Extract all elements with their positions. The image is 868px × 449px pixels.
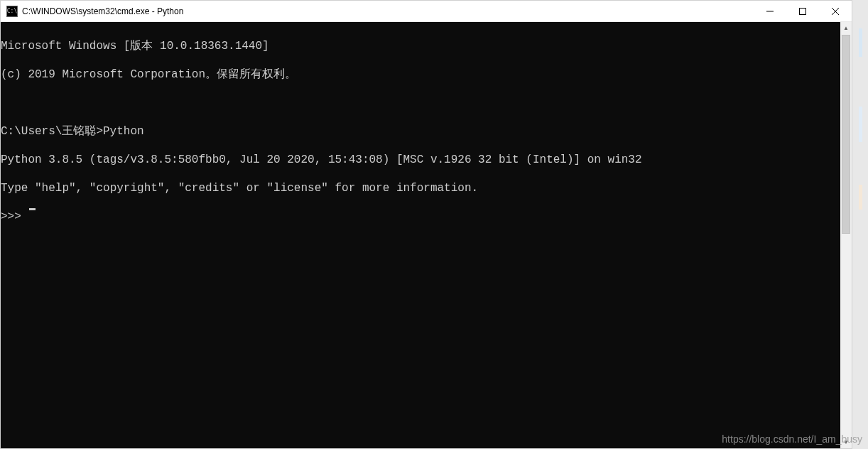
vertical-scrollbar[interactable]: ▲ ▼: [840, 22, 852, 448]
cmd-window: C:\ C:\WINDOWS\system32\cmd.exe - Python…: [0, 0, 852, 449]
close-icon: [832, 8, 839, 15]
window-controls: [754, 1, 852, 21]
close-button[interactable]: [819, 1, 852, 21]
minimize-button[interactable]: [754, 1, 786, 21]
cmd-icon: C:\: [6, 6, 18, 17]
maximize-icon: [799, 8, 806, 15]
background-edge: [852, 0, 868, 449]
terminal-line: (c) 2019 Microsoft Corporation。保留所有权利。: [1, 67, 840, 82]
terminal-output[interactable]: Microsoft Windows [版本 10.0.18363.1440] (…: [1, 22, 840, 448]
terminal-prompt-line: >>>: [1, 210, 840, 224]
scroll-up-button[interactable]: ▲: [840, 22, 852, 34]
minimize-icon: [766, 8, 774, 15]
window-title: C:\WINDOWS\system32\cmd.exe - Python: [22, 6, 754, 16]
terminal-line: C:\Users\王铭聪>Python: [1, 124, 840, 139]
terminal-line: [1, 96, 840, 110]
terminal-line: Python 3.8.5 (tags/v3.8.5:580fbb0, Jul 2…: [1, 153, 840, 167]
terminal-line: Microsoft Windows [版本 10.0.18363.1440]: [1, 39, 840, 53]
titlebar[interactable]: C:\ C:\WINDOWS\system32\cmd.exe - Python: [1, 1, 852, 22]
svg-rect-1: [800, 8, 806, 14]
scrollbar-thumb[interactable]: [842, 35, 850, 234]
terminal-area: Microsoft Windows [版本 10.0.18363.1440] (…: [1, 22, 852, 448]
python-prompt: >>>: [1, 210, 28, 224]
maximize-button[interactable]: [786, 1, 819, 21]
watermark-text: https://blog.csdn.net/I_am_busy: [722, 433, 862, 445]
terminal-line: Type "help", "copyright", "credits" or "…: [1, 181, 840, 195]
cursor: [29, 208, 36, 210]
